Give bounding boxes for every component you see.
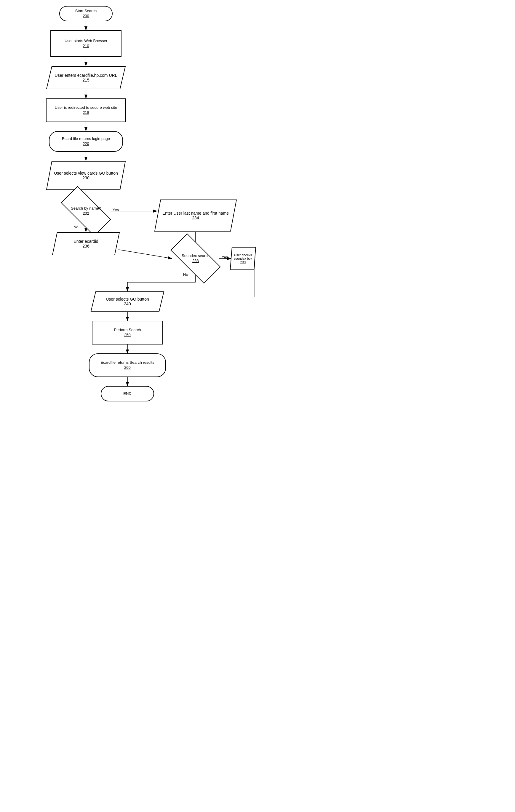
- end-node: END: [101, 386, 154, 401]
- node-250: Perform Search 250: [92, 321, 163, 345]
- node-239-label: User checks soundex box: [230, 253, 256, 260]
- node-210: User starts Web Browser 210: [50, 30, 121, 57]
- node-215-label: User enters ecardfile.hp.com URL: [55, 73, 117, 78]
- end-label: END: [123, 391, 131, 396]
- node-230: User selects view cards GO button 230: [46, 161, 126, 190]
- node-230-label: User selects view cards GO button: [54, 171, 118, 175]
- node-238: Soundex search 238: [172, 246, 219, 270]
- node-240-label: User selects GO button: [106, 297, 149, 301]
- node-260-number: 260: [124, 365, 131, 370]
- flowchart: Start Search 200 User starts Web Browser…: [0, 0, 258, 406]
- start-label: Start Search: [75, 8, 97, 13]
- node-250-number: 250: [124, 332, 131, 338]
- node-239: User checks soundex box 239: [230, 246, 256, 270]
- node-234: Enter User last name and first name 234: [154, 199, 237, 232]
- node-230-number: 230: [82, 175, 89, 180]
- node-210-number: 210: [83, 44, 89, 49]
- node-234-number: 234: [192, 215, 199, 220]
- svg-line-10: [119, 250, 172, 259]
- node-260-label: Ecardfile returns Search results: [100, 360, 154, 365]
- node-220-label: Ecard file returns login page: [62, 136, 110, 141]
- node-215-number: 215: [82, 78, 89, 82]
- node-238-label: Soundex search: [182, 254, 210, 258]
- node-218-number: 218: [83, 110, 89, 115]
- yes-label-238: Yes: [222, 255, 228, 259]
- node-239-number: 239: [240, 260, 246, 264]
- node-210-label: User starts Web Browser: [65, 38, 107, 44]
- node-250-label: Perform Search: [114, 327, 141, 332]
- node-232-label: Search by name?: [71, 206, 101, 210]
- node-218: User is redirected to secure web site 21…: [46, 98, 126, 122]
- node-234-label: Enter User last name and first name: [162, 211, 229, 215]
- node-260: Ecardfile returns Search results 260: [89, 353, 166, 377]
- node-220: Ecard file returns login page 220: [49, 131, 123, 152]
- node-232: Search by name? 232: [62, 199, 110, 223]
- start-number: 200: [83, 13, 89, 19]
- no-label-238: No: [183, 272, 188, 277]
- node-236: Enter ecardid 236: [52, 232, 120, 256]
- start-node: Start Search 200: [59, 6, 113, 21]
- node-236-label: Enter ecardid: [73, 239, 98, 244]
- node-238-number: 238: [192, 259, 199, 263]
- node-236-number: 236: [82, 244, 89, 249]
- node-240: User selects GO button 240: [90, 291, 164, 312]
- node-220-number: 220: [83, 141, 89, 146]
- yes-label-232: Yes: [113, 207, 119, 212]
- node-232-number: 232: [83, 211, 89, 215]
- node-215: User enters ecardfile.hp.com URL 215: [46, 66, 126, 90]
- no-label-232: No: [73, 225, 79, 229]
- node-218-label: User is redirected to secure web site: [55, 105, 117, 110]
- node-240-number: 240: [124, 301, 131, 306]
